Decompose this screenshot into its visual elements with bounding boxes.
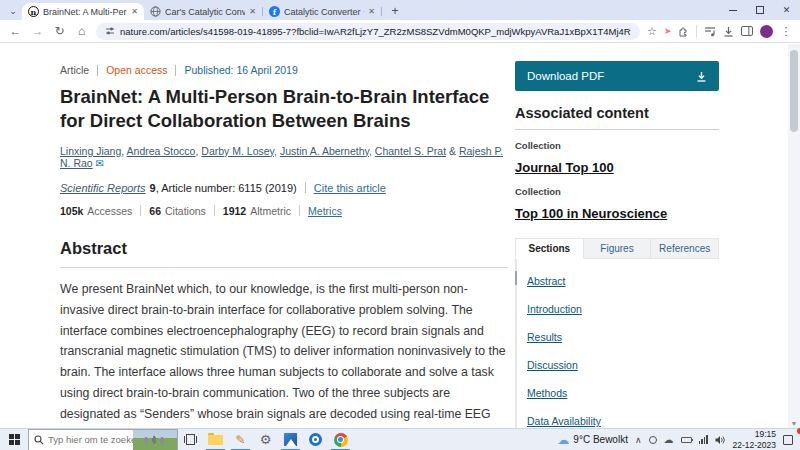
cite-article-link[interactable]: Cite this article <box>314 182 386 194</box>
profile-avatar[interactable] <box>760 25 773 38</box>
abstract-text: We present BrainNet which, to our knowle… <box>60 279 508 428</box>
close-icon: ✕ <box>783 5 791 15</box>
maximize-button[interactable] <box>746 0 773 20</box>
collection-link-top-100-neuroscience[interactable]: Top 100 in Neuroscience <box>515 206 667 221</box>
collection-link-journal-top-100[interactable]: Journal Top 100 <box>515 160 614 175</box>
citations-label: Citations <box>165 205 206 217</box>
search-highlight-image[interactable] <box>133 430 177 450</box>
collection-kicker: Collection <box>515 186 719 197</box>
close-tab-icon[interactable]: ✕ <box>249 7 256 16</box>
metrics-link[interactable]: Metrics <box>308 205 342 217</box>
email-icon[interactable]: ✉ <box>96 158 104 169</box>
tab-catalytic-converter[interactable]: Car's Catalytic Converter Produ ✕ <box>144 3 262 20</box>
site-settings-icon[interactable] <box>105 26 115 36</box>
search-icon <box>34 435 44 445</box>
tab-strip: ⌄ n BrainNet: A Multi-Person Brain-to-Br… <box>0 0 800 20</box>
maximize-icon <box>756 6 764 14</box>
taskbar-clock[interactable]: 19:15 22-12-2023 <box>733 429 776 450</box>
accesses-label: Accesses <box>87 205 132 217</box>
article-type-label: Article <box>60 64 89 76</box>
toolbar-divider <box>696 25 697 37</box>
snip-sketch-button[interactable]: ✎ <box>228 429 253 450</box>
new-tab-button[interactable]: + <box>386 3 404 19</box>
weather-temp: 9°C <box>573 434 590 445</box>
menu-dots-icon[interactable]: ⋮ <box>780 25 791 38</box>
weather-condition: Bewolkt <box>593 434 628 445</box>
tray-app-icon[interactable] <box>649 436 657 444</box>
close-tab-icon[interactable]: ✕ <box>131 7 138 16</box>
home-button[interactable]: ⌂ <box>74 24 89 38</box>
search-input[interactable] <box>48 434 134 445</box>
settings-button[interactable]: ⚙ <box>253 429 278 450</box>
chrome-button[interactable] <box>328 429 353 450</box>
taskbar-search[interactable] <box>28 429 178 450</box>
start-button[interactable] <box>0 429 28 450</box>
network-signal-icon[interactable] <box>699 435 708 444</box>
section-link-discussion: Discussion <box>527 355 719 383</box>
section-link-introduction: Introduction <box>527 299 719 327</box>
page-scrollbar[interactable]: ▼ <box>788 44 800 428</box>
article-number: , Article number: 6115 (2019) <box>156 182 297 194</box>
blue-circle-app-button[interactable] <box>303 429 328 450</box>
tab-title: BrainNet: A Multi-Person Brain-to-Brain … <box>43 7 127 17</box>
side-panel-icon[interactable] <box>741 26 753 36</box>
author-list: Linxing Jiang, Andrea Stocco, Darby M. L… <box>60 145 508 169</box>
author: Andrea Stocco, <box>127 145 202 157</box>
onedrive-cloud-icon[interactable]: ☁ <box>664 434 674 445</box>
file-explorer-button[interactable] <box>203 429 228 450</box>
open-access-link[interactable]: Open access <box>106 64 167 76</box>
forward-button[interactable]: → <box>30 24 45 38</box>
address-bar[interactable]: nature.com/articles/s41598-019-41895-7?f… <box>96 23 640 40</box>
abstract-divider <box>60 267 508 268</box>
windows-logo-icon <box>9 434 20 445</box>
tab-title: Car's Catalytic Converter Produ <box>165 7 245 17</box>
tab-separator <box>381 7 382 16</box>
sidebar-tabs: Sections Figures References <box>515 238 719 259</box>
minimize-button[interactable] <box>719 0 746 20</box>
volume-icon[interactable] <box>715 435 726 445</box>
weather-cloud-icon: ☁ <box>557 433 569 447</box>
media-controls-icon[interactable] <box>704 26 716 37</box>
close-window-button[interactable]: ✕ <box>773 0 800 20</box>
article-column: Article Open access Published: 16 April … <box>60 64 508 428</box>
extensions-puzzle-icon[interactable] <box>678 26 689 37</box>
article-meta: Article Open access Published: 16 April … <box>60 64 508 76</box>
citations-value: 66 <box>149 205 161 217</box>
weather-widget[interactable]: ☁ 9°C Bewolkt <box>557 433 628 447</box>
tab-sections[interactable]: Sections <box>515 238 584 259</box>
tab-title: Catalytic Converter + Crop Prot <box>284 7 364 17</box>
tab-facebook-crop[interactable]: f Catalytic Converter + Crop Prot ✕ <box>263 3 381 20</box>
associated-content-heading: Associated content <box>515 105 719 130</box>
battery-icon[interactable] <box>681 437 692 443</box>
tray-chevron-icon[interactable]: ∧ <box>635 435 642 445</box>
download-pdf-button[interactable]: Download PDF <box>515 61 719 91</box>
back-button[interactable]: ← <box>8 24 23 38</box>
section-link-abstract: Abstract <box>527 271 719 299</box>
tab-figures[interactable]: Figures <box>584 238 652 259</box>
altmetric-label: Altmetric <box>250 205 291 217</box>
chevron-down-icon: ⌄ <box>9 6 17 16</box>
scrollbar-thumb[interactable] <box>790 50 798 132</box>
clock-time: 19:15 <box>733 429 776 440</box>
tab-search-button[interactable]: ⌄ <box>4 4 22 18</box>
photos-button[interactable] <box>278 429 303 450</box>
scroll-down-arrow[interactable]: ▼ <box>788 420 800 427</box>
author: Justin A. Abernethy, <box>280 145 375 157</box>
bookmark-star-icon[interactable]: ☆ <box>647 25 657 38</box>
circular-app-icon <box>309 433 322 446</box>
close-tab-icon[interactable]: ✕ <box>368 7 375 16</box>
pinned-extension-icon[interactable]: ➤ <box>664 26 672 36</box>
journal-link[interactable]: Scientific Reports <box>60 182 146 194</box>
published-date: Published: 16 April 2019 <box>184 64 297 76</box>
clock-date: 22-12-2023 <box>733 440 776 450</box>
task-view-button[interactable] <box>178 429 203 450</box>
downloads-icon[interactable] <box>723 26 734 37</box>
article-sidebar: Download PDF Associated content Collecti… <box>515 61 719 428</box>
action-center-icon[interactable] <box>783 435 793 445</box>
tab-references[interactable]: References <box>651 238 719 259</box>
collection-kicker: Collection <box>515 140 719 151</box>
reload-button[interactable]: ↻ <box>52 24 67 38</box>
folder-icon <box>208 435 223 445</box>
altmetric-value: 1912 <box>223 205 246 217</box>
tab-brainnet[interactable]: n BrainNet: A Multi-Person Brain-to-Brai… <box>22 3 144 20</box>
